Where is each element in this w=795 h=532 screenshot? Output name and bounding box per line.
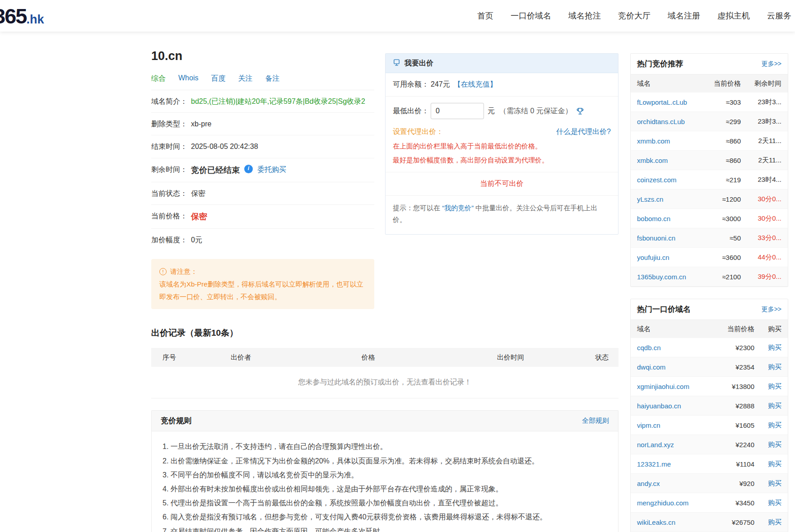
column-header: 域名 [637,79,699,88]
nav-item[interactable]: 竞价大厅 [618,10,651,21]
domain-link[interactable]: fLowportaL.cLub [637,98,699,106]
info-row: 删除类型：xb-pre [151,113,374,135]
auction-row: coinzest.com≈21923时4... [631,170,788,190]
notice-title: 请注意： [170,265,197,278]
domain-link[interactable]: cqdb.cn [637,344,709,352]
domain-link[interactable]: 1365buy.com.cn [637,273,699,281]
domain-link[interactable]: xmbk.com [637,157,699,164]
trophy-icon[interactable] [576,107,584,115]
time-remaining: 23时3... [741,98,781,106]
domain-link[interactable]: bobomo.cn [637,215,699,222]
auction-rows: fLowportaL.cLub≈30323时3...orchidtans.cLu… [631,93,788,287]
column-header: 当前价格 [699,79,741,88]
domain-link[interactable]: wikiLeaks.cn [637,518,709,526]
buy-link[interactable]: 购买 [754,343,781,352]
bid-status: 当前不可出价 [386,172,618,196]
site-logo[interactable]: 365.hk [0,4,44,28]
buy-link[interactable]: 购买 [754,479,781,488]
current-price: ≈50 [699,234,741,242]
buy-link[interactable]: 购买 [754,499,781,507]
site-header: 365.hk 首页一口价域名域名抢注竞价大厅域名注册虚拟主机云服务 [0,0,795,32]
auction-row: xmmb.com≈8602天11... [631,131,788,151]
bid-panel-header: 我要出价 [386,54,618,73]
rules-title: 竞价规则 [161,416,191,426]
nav-item[interactable]: 域名注册 [668,10,700,21]
bid-amount-input[interactable] [431,103,484,119]
proxy-tip-1: 在上面的出价栏里输入高于当前最低出价的价格。 [393,142,611,151]
info-value: 保密 [191,211,207,222]
domain-tab[interactable]: Whois [178,74,198,83]
domain-tab[interactable]: 百度 [211,74,225,83]
bid-paddle-icon [393,59,400,68]
domain-link[interactable]: dwqi.com [637,363,709,371]
records-column-header: 序号 [151,353,231,362]
domain-link[interactable]: xgminjiaohui.com [637,383,709,390]
buy-link[interactable]: 购买 [754,421,781,430]
info-value: 竞价已经结束 [191,164,240,176]
my-auctions-link[interactable]: “我的竞价” [442,204,474,212]
buy-link[interactable]: 购买 [754,382,781,391]
nav-item[interactable]: 一口价域名 [511,10,551,21]
info-row: 域名简介：bd25,(已注销)|建站20年,记录597条|Bd收录25|Sg收录… [151,90,374,113]
domain-tab[interactable]: 备注 [265,74,279,83]
nav-item[interactable]: 云服务 [767,10,791,21]
proxy-tip-2: 最好是加价幅度倍数，高出部分自动设置为代理价。 [393,156,611,165]
notice-box: ! 请注意： 该域名为Xb-Pre删除类型，得标后域名可以立即解析使用，也可以立… [151,259,374,309]
domain-tab[interactable]: 综合 [151,74,166,83]
domain-tab[interactable]: 关注 [238,74,252,83]
domain-link[interactable]: xmmb.com [637,137,699,145]
domain-link[interactable]: coinzest.com [637,176,699,184]
info-icon[interactable]: i [244,165,253,173]
nav-item[interactable]: 域名抢注 [568,10,601,21]
info-value: 2025-08-05 20:42:38 [191,141,258,152]
domain-link[interactable]: norLand.xyz [637,441,709,449]
hot-auction-panel: 热门竞价推荐 更多>> 域名当前价格剩余时间 fLowportaL.cLub≈3… [630,53,788,287]
domain-link[interactable]: vipm.cn [637,421,709,429]
buy-link[interactable]: 购买 [754,518,781,527]
notice-body: 该域名为Xb-Pre删除类型，得标后域名可以立即解析使用，也可以立即发布一口价、… [159,278,366,303]
logo-tld: .hk [26,13,44,27]
rule-item: 5. 代理出价是指设置一个高于当前最低出价的金额，系统按照最小加价幅度自动出价，… [163,496,607,510]
proxy-help-link[interactable]: 什么是代理出价? [556,127,611,137]
current-price: ≈3600 [699,254,741,261]
domain-link[interactable]: mengzhiduo.com [637,499,709,507]
buy-row: wikiLeaks.cn¥26750购买 [631,513,788,532]
domain-link[interactable]: 123321.me [637,460,709,468]
rule-item: 1. 一旦出价无法取消，不支持违约，请在自己的合理预算内理性出价。 [163,439,607,453]
domain-link[interactable]: youfujiu.cn [637,254,699,261]
rule-item: 2. 出价需缴纳保证金，正常情况下为出价金额的20%，具体以页面显示为准。若未得… [163,454,607,468]
buy-link[interactable]: 购买 [754,460,781,468]
bid-records-title: 出价记录（最新10条） [151,327,618,339]
nav-item[interactable]: 虚拟主机 [717,10,750,21]
info-label: 当前状态： [151,188,191,199]
rule-item: 4. 外部出价有时未按加价幅度出价或出价相同却领先，这是由于外部平台存在代理价造… [163,482,607,496]
consign-buy-link[interactable]: 委托购买 [257,164,286,175]
buy-link[interactable]: 购买 [754,363,781,371]
bid-panel: 我要出价 可用余额： 247元 【在线充值】 最低出价： 元 （需冻结 0 元保… [385,53,618,235]
time-remaining: 39分0... [741,273,781,281]
info-label: 当前价格： [151,211,191,221]
nav-item[interactable]: 首页 [477,10,493,21]
info-row: 结束时间：2025-08-05 20:42:38 [151,135,374,158]
current-price: ≈299 [699,118,741,125]
main-nav: 首页一口价域名域名抢注竞价大厅域名注册虚拟主机云服务 [477,10,791,21]
buy-link[interactable]: 购买 [754,440,781,449]
hot-auction-more-link[interactable]: 更多>> [762,60,781,68]
buy-row: andy.cx¥920购买 [631,474,788,493]
recharge-link[interactable]: 【在线充值】 [454,80,497,89]
current-price: ≈2100 [699,273,741,281]
hot-buy-more-link[interactable]: 更多>> [762,305,781,314]
all-rules-link[interactable]: 全部规则 [582,416,609,425]
domain-link[interactable]: haiyuanbao.cn [637,402,709,410]
auction-row: orchidtans.cLub≈29923时3... [631,112,788,131]
time-remaining: 23时3... [741,117,781,126]
domain-link[interactable]: fsbonuoni.cn [637,234,699,242]
current-price: ≈1200 [699,195,741,203]
auction-row: fLowportaL.cLub≈30323时3... [631,93,788,112]
domain-link[interactable]: yLszs.cn [637,195,699,203]
domain-link[interactable]: orchidtans.cLub [637,118,699,125]
domain-link[interactable]: andy.cx [637,480,709,487]
auction-row: xmbk.com≈8602天11... [631,151,788,170]
sidebar: 热门竞价推荐 更多>> 域名当前价格剩余时间 fLowportaL.cLub≈3… [630,53,788,532]
buy-link[interactable]: 购买 [754,402,781,410]
